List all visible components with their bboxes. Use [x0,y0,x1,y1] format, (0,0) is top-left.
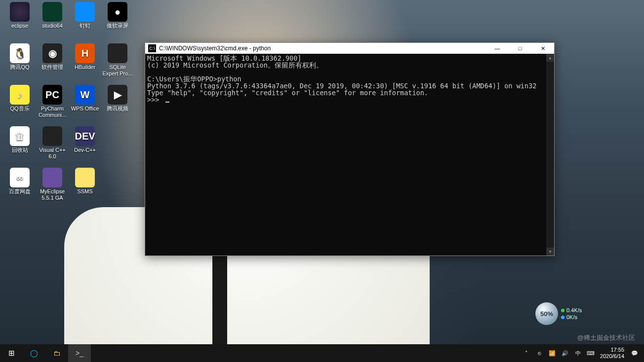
close-button[interactable]: ✕ [531,43,554,54]
icon-label: 回收站 [12,147,28,153]
upload-speed: 0.4K/s [566,307,582,313]
cmd-titlebar[interactable]: C:\ C:\WINDOWS\system32\cmd.exe - python… [145,43,554,54]
app-icon [42,2,62,22]
tray-icon-3[interactable]: 中 [573,348,583,358]
app-icon: ∞ [10,168,30,187]
cmd-window[interactable]: C:\ C:\WINDOWS\system32\cmd.exe - python… [145,42,555,256]
net-stats: 0.4K/s 0K/s [561,307,582,321]
cmd-title-text: C:\WINDOWS\system32\cmd.exe - python [159,45,486,52]
scroll-up-button[interactable]: ▲ [546,54,554,62]
taskbar-clock[interactable]: 17:55 2020/6/14 [597,347,628,360]
download-speed: 0K/s [566,314,577,320]
icon-label: Visual C++ 6.0 [37,147,68,160]
download-dot-icon [561,316,564,319]
icon-label: QQ音乐 [10,106,29,112]
desktop-icon--[interactable]: 🗑回收站 [4,126,36,166]
desktop-icon--[interactable]: 钉钉 [69,2,101,41]
notifications-icon[interactable]: 💬 [630,348,640,358]
app-icon: ▶ [108,85,127,105]
tray-icon-0[interactable]: ⎋ [534,348,544,358]
desktop-icon-wps-office[interactable]: WWPS Office [69,85,101,124]
taskbar-item-explorer[interactable]: 🗀 [45,344,68,362]
app-icon [10,2,30,22]
cmd-icon: C:\ [148,44,156,52]
taskbar[interactable]: ⊞ ◯🗀>_ ˄ ⎋📶🔊中⌨ 17:55 2020/6/14 💬 [0,344,644,362]
icon-label: SSMS [77,188,92,195]
app-icon [75,168,95,187]
tray-icon-1[interactable]: 📶 [547,348,557,358]
app-icon: DEV [75,126,95,146]
app-icon [42,168,62,187]
tray-icon-2[interactable]: 🔊 [560,348,570,358]
upload-dot-icon [561,309,564,312]
start-button[interactable]: ⊞ [0,344,23,362]
icon-label: WPS Office [71,106,99,112]
desktop-icon-ssms[interactable]: SSMS [69,168,101,207]
app-icon: ♪ [10,85,30,105]
network-speed-widget[interactable]: 50% 0.4K/s 0K/s [535,300,600,327]
memory-ball[interactable]: 50% [535,302,558,325]
desktop-icon-hbuilder[interactable]: HHBuilder [69,43,101,83]
app-icon: W [75,85,95,105]
icon-label: PyCharm Communi... [37,106,68,118]
clock-time: 17:55 [600,347,624,353]
desktop-icon-eclipse[interactable]: eclipse [4,2,36,41]
clock-date: 2020/6/14 [600,353,624,360]
cmd-body[interactable]: Microsoft Windows [版本 10.0.18362.900] (c… [145,54,554,255]
desktop-icon-myeclipse-5-5-1-ga[interactable]: MyEclipse 5.5.1 GA [37,168,68,207]
icon-label: eclipse [11,23,28,29]
desktop-icon-studio64[interactable]: studio64 [37,2,68,41]
watermark-community: @稀土掘金技术社区 [577,333,635,342]
app-icon: 🗑 [10,126,30,146]
minimize-button[interactable]: — [486,43,509,54]
app-icon: 🐧 [10,43,30,63]
desktop-icon-visual-c-6-0[interactable]: Visual C++ 6.0 [37,126,68,166]
app-icon [42,126,62,146]
desktop-icon-qq-[interactable]: ♪QQ音乐 [4,85,36,124]
app-icon: H [75,43,95,63]
icon-label: MyEclipse 5.5.1 GA [37,188,68,201]
icon-label: SQLite Expert Pro... [102,64,133,77]
taskbar-item-browser[interactable]: ◯ [23,344,45,362]
icon-label: 百度网盘 [9,188,31,195]
tray-icon-4[interactable]: ⌨ [586,348,596,358]
icon-label: 傲软录屏 [107,23,128,29]
windows-logo-icon: ⊞ [6,348,17,359]
desktop-icon-dev-c-[interactable]: DEVDev-C++ [69,126,101,166]
icon-label: studio64 [42,23,63,29]
terminal-output[interactable]: Microsoft Windows [版本 10.0.18362.900] (c… [145,54,546,255]
icon-label: 腾讯QQ [10,64,29,71]
explorer-icon: 🗀 [51,348,62,359]
desktop-icon-pycharm-communi-[interactable]: PCPyCharm Communi... [37,85,68,124]
cmd-icon: >_ [74,348,85,359]
maximize-button[interactable]: □ [509,43,531,54]
app-icon: ● [108,2,127,22]
icon-label: HBuilder [75,64,95,71]
desktop-icon--qq[interactable]: 🐧腾讯QQ [4,43,36,83]
desktop-icon-sqlite-expert-pro-[interactable]: SQLite Expert Pro... [102,43,133,83]
desktop-icon--[interactable]: ▶腾讯视频 [102,85,133,124]
icon-label: Dev-C++ [74,147,96,153]
taskbar-item-cmd[interactable]: >_ [68,344,91,362]
icon-label: 软件管理 [41,64,63,71]
desktop-icon--[interactable]: ∞百度网盘 [4,168,36,207]
scroll-down-button[interactable]: ▼ [546,248,554,255]
terminal-cursor [165,102,169,103]
browser-icon: ◯ [29,348,40,359]
desktop-icon--[interactable]: ●傲软录屏 [102,2,133,41]
tray-chevron-icon[interactable]: ˄ [522,348,531,358]
app-icon: PC [42,85,62,105]
icon-label: 腾讯视频 [107,106,128,112]
scrollbar[interactable]: ▲ ▼ [546,54,554,255]
desktop-icon--[interactable]: ◉软件管理 [37,43,68,83]
app-icon [75,2,95,22]
app-icon [108,43,127,63]
icon-label: 钉钉 [80,23,90,29]
app-icon: ◉ [42,43,62,63]
